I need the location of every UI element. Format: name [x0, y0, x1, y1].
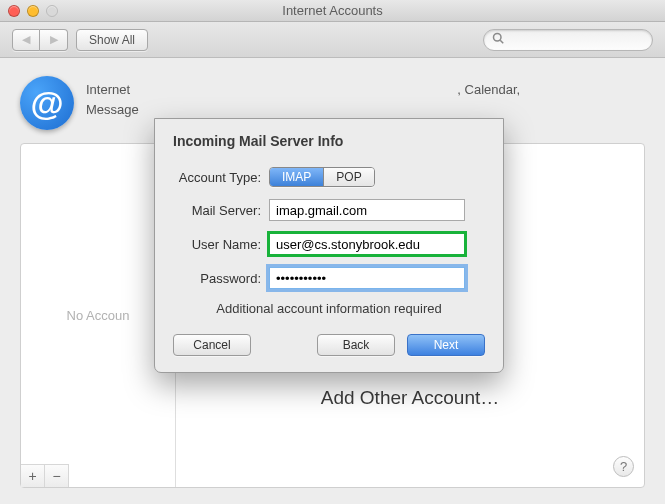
svg-line-1	[500, 40, 503, 43]
minus-icon: −	[52, 468, 60, 484]
next-button[interactable]: Next	[407, 334, 485, 356]
svg-point-0	[494, 34, 502, 42]
window-title: Internet Accounts	[0, 3, 665, 18]
plus-icon: +	[28, 468, 36, 484]
mail-server-input[interactable]	[269, 199, 465, 221]
help-button[interactable]: ?	[613, 456, 634, 477]
no-accounts-label: No Accoun	[67, 308, 130, 323]
show-all-button[interactable]: Show All	[76, 29, 148, 51]
cancel-button[interactable]: Cancel	[173, 334, 251, 356]
additional-info-label: Additional account information required	[173, 301, 485, 316]
segment-pop[interactable]: POP	[323, 168, 373, 186]
row-account-type: Account Type: IMAP POP	[173, 167, 485, 187]
search-input[interactable]	[508, 33, 638, 47]
row-username: User Name:	[173, 233, 485, 255]
account-type-segmented: IMAP POP	[269, 167, 375, 187]
label-account-type: Account Type:	[173, 170, 269, 185]
row-password: Password:	[173, 267, 485, 289]
accounts-sidebar: No Accoun + −	[21, 144, 176, 487]
segment-imap[interactable]: IMAP	[270, 168, 323, 186]
sheet-button-row: Cancel Back Next	[173, 334, 485, 356]
add-other-account[interactable]: Add Other Account…	[321, 387, 500, 409]
plus-minus-bar: + −	[21, 464, 69, 487]
toolbar: ◀ ▶ Show All	[0, 22, 665, 58]
chevron-right-icon: ▶	[50, 33, 58, 46]
search-icon	[492, 32, 504, 47]
label-password: Password:	[173, 271, 269, 286]
back-sheet-button[interactable]: Back	[317, 334, 395, 356]
label-username: User Name:	[173, 237, 269, 252]
forward-button[interactable]: ▶	[40, 29, 68, 51]
back-button[interactable]: ◀	[12, 29, 40, 51]
row-mail-server: Mail Server:	[173, 199, 485, 221]
remove-account-button[interactable]: −	[45, 465, 69, 487]
password-input[interactable]	[269, 267, 465, 289]
sheet-title: Incoming Mail Server Info	[173, 133, 485, 149]
nav-buttons: ◀ ▶	[12, 29, 68, 51]
titlebar: Internet Accounts	[0, 0, 665, 22]
at-icon: @	[20, 76, 74, 130]
chevron-left-icon: ◀	[22, 33, 30, 46]
help-icon: ?	[620, 459, 627, 474]
username-input[interactable]	[269, 233, 465, 255]
incoming-mail-sheet: Incoming Mail Server Info Account Type: …	[154, 118, 504, 373]
content-area: @ Internet , Calendar, Message No Accoun…	[0, 58, 665, 504]
search-field[interactable]	[483, 29, 653, 51]
add-account-button[interactable]: +	[21, 465, 45, 487]
label-mail-server: Mail Server:	[173, 203, 269, 218]
